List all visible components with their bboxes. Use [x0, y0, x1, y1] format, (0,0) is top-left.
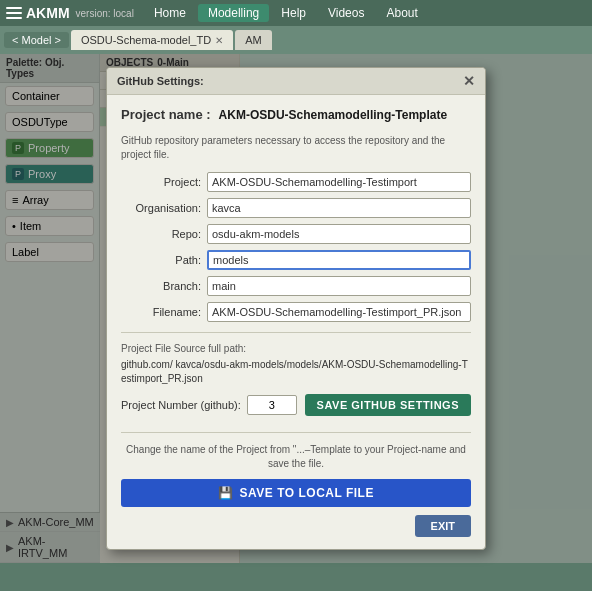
form-row-project: Project:: [121, 172, 471, 192]
input-project[interactable]: [207, 172, 471, 192]
project-number-label: Project Number (github):: [121, 399, 241, 411]
path-section-value: github.com/ kavca/osdu-akm-models/models…: [121, 358, 471, 386]
input-filename[interactable]: [207, 302, 471, 322]
tab-osdu-schema[interactable]: OSDU-Schema-model_TD ✕: [71, 30, 233, 50]
label-branch: Branch:: [121, 280, 201, 292]
save-github-button[interactable]: SAVE GITHUB SETTINGS: [305, 394, 471, 416]
save-local-label: SAVE TO LOCAL FILE: [240, 486, 374, 500]
menubar: AKMM version: local Home Modelling Help …: [0, 0, 592, 26]
tabbar: < Model > OSDU-Schema-model_TD ✕ AM: [0, 26, 592, 54]
input-branch[interactable]: [207, 276, 471, 296]
modal-close-button[interactable]: ✕: [463, 74, 475, 88]
app-logo: AKMM: [26, 5, 70, 21]
menu-videos[interactable]: Videos: [318, 4, 374, 22]
app-version: version: local: [76, 8, 134, 19]
info-text: Change the name of the Project from "...…: [121, 443, 471, 471]
hamburger-menu[interactable]: [4, 3, 24, 23]
form-row-organisation: Organisation:: [121, 198, 471, 218]
modal-titlebar: GitHub Settings: ✕: [107, 68, 485, 95]
modal-body: Project name : AKM-OSDU-Schemamodelling-…: [107, 95, 485, 549]
github-settings-modal: GitHub Settings: ✕ Project name : AKM-OS…: [106, 67, 486, 550]
description-text: GitHub repository parameters necessary t…: [121, 134, 471, 162]
menu-help[interactable]: Help: [271, 4, 316, 22]
project-number-row: Project Number (github): SAVE GITHUB SET…: [121, 394, 471, 422]
tab-close-icon[interactable]: ✕: [215, 35, 223, 46]
label-project: Project:: [121, 176, 201, 188]
input-path[interactable]: [207, 250, 471, 270]
menu-about[interactable]: About: [376, 4, 427, 22]
modal-overlay: GitHub Settings: ✕ Project name : AKM-OS…: [0, 54, 592, 563]
input-repo[interactable]: [207, 224, 471, 244]
exit-row: EXIT: [121, 515, 471, 537]
form-row-branch: Branch:: [121, 276, 471, 296]
path-section-label: Project File Source full path:: [121, 343, 471, 354]
label-filename: Filename:: [121, 306, 201, 318]
input-project-number[interactable]: [247, 395, 297, 415]
form-row-repo: Repo:: [121, 224, 471, 244]
modal-title: GitHub Settings:: [117, 75, 204, 87]
project-name-row: Project name : AKM-OSDU-Schemamodelling-…: [121, 107, 471, 122]
exit-button[interactable]: EXIT: [415, 515, 471, 537]
main-area: Palette: Obj. Types Container OSDUType P…: [0, 54, 592, 563]
form-row-path: Path:: [121, 250, 471, 270]
project-name-value: AKM-OSDU-Schemamodelling-Template: [219, 108, 447, 122]
menu-modelling[interactable]: Modelling: [198, 4, 269, 22]
tab-am[interactable]: AM: [235, 30, 272, 50]
save-local-button[interactable]: 💾 SAVE TO LOCAL FILE: [121, 479, 471, 507]
project-name-label: Project name :: [121, 107, 211, 122]
form-row-filename: Filename:: [121, 302, 471, 322]
model-button[interactable]: < Model >: [4, 32, 69, 48]
label-repo: Repo:: [121, 228, 201, 240]
save-icon: 💾: [218, 486, 234, 500]
menu-home[interactable]: Home: [144, 4, 196, 22]
label-path: Path:: [121, 254, 201, 266]
input-organisation[interactable]: [207, 198, 471, 218]
label-organisation: Organisation:: [121, 202, 201, 214]
